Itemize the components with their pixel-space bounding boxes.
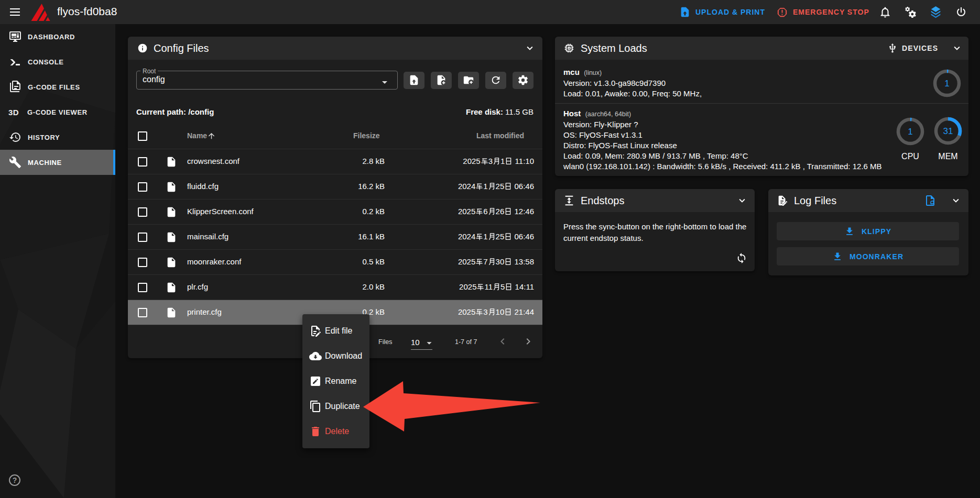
svg-text:31: 31 <box>943 126 953 136</box>
svg-text:1: 1 <box>944 79 949 88</box>
svg-text:1: 1 <box>908 127 912 137</box>
